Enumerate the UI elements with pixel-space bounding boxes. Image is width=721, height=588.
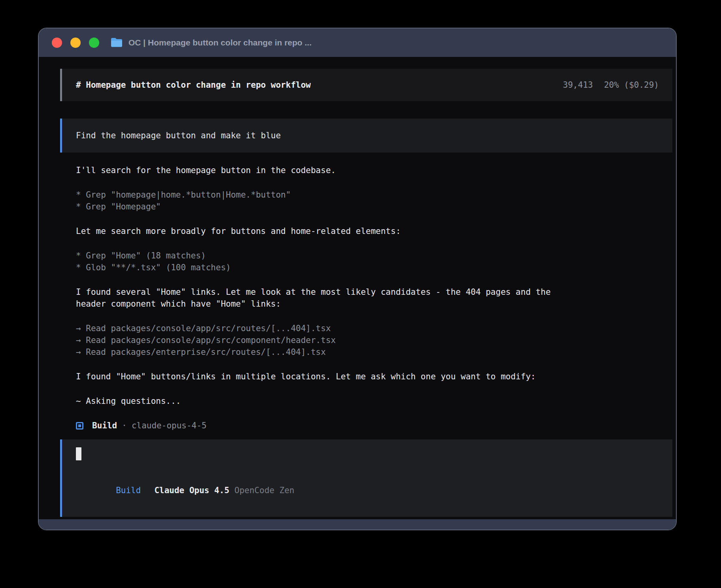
- minimize-button[interactable]: [70, 38, 81, 48]
- assistant-text: Let me search more broadly for buttons a…: [60, 225, 672, 237]
- assistant-text: I'll search for the homepage button in t…: [60, 164, 672, 176]
- dot-separator: ·: [122, 421, 127, 430]
- assistant-text: I found several "Home" links. Let me loo…: [60, 286, 672, 310]
- session-stats: 39,41320% ($0.29): [563, 80, 659, 90]
- folder-icon: [110, 38, 123, 48]
- user-message-text: Find the homepage button and make it blu…: [76, 131, 281, 140]
- input-agent-mode[interactable]: Build: [116, 486, 141, 495]
- session-title: # Homepage button color change in repo w…: [76, 80, 311, 90]
- agent-model: claude-opus-4-5: [132, 421, 207, 430]
- session-header: # Homepage button color change in repo w…: [60, 69, 672, 101]
- tool-call-lines: * Grep "Home" (18 matches) * Glob "**/*.…: [60, 250, 672, 273]
- user-message: Find the homepage button and make it blu…: [60, 119, 672, 153]
- terminal-content: # Homepage button color change in repo w…: [39, 57, 676, 519]
- transcript: I'll search for the homepage button in t…: [60, 164, 672, 407]
- context-cost: 20% ($0.29): [604, 80, 659, 90]
- text-cursor: [76, 447, 81, 460]
- assistant-text: I found "Home" buttons/links in multiple…: [60, 371, 672, 383]
- input-meta: BuildClaude Opus 4.5OpenCode Zen: [76, 473, 659, 508]
- input-model[interactable]: Claude Opus 4.5: [154, 486, 229, 495]
- tool-call-lines: * Grep "homepage|home.*button|Home.*butt…: [60, 189, 672, 213]
- agent-status-row: Build · claude-opus-4-5: [60, 420, 672, 432]
- tool-call-lines: → Read packages/console/app/src/routes/[…: [60, 322, 672, 358]
- zoom-button[interactable]: [89, 38, 99, 48]
- terminal-window: OC | Homepage button color change in rep…: [38, 28, 677, 530]
- agent-name: Build: [92, 421, 117, 430]
- close-button[interactable]: [52, 38, 62, 48]
- agent-build-icon: [76, 422, 83, 430]
- token-count: 39,413: [563, 80, 593, 90]
- traffic-lights: [52, 38, 99, 48]
- prompt-input[interactable]: BuildClaude Opus 4.5OpenCode Zen: [60, 439, 672, 517]
- window-bottom-bar: [39, 519, 676, 530]
- input-provider: OpenCode Zen: [234, 486, 294, 495]
- assistant-text: ~ Asking questions...: [60, 395, 672, 407]
- titlebar: OC | Homepage button color change in rep…: [39, 28, 676, 57]
- window-title: OC | Homepage button color change in rep…: [128, 38, 311, 47]
